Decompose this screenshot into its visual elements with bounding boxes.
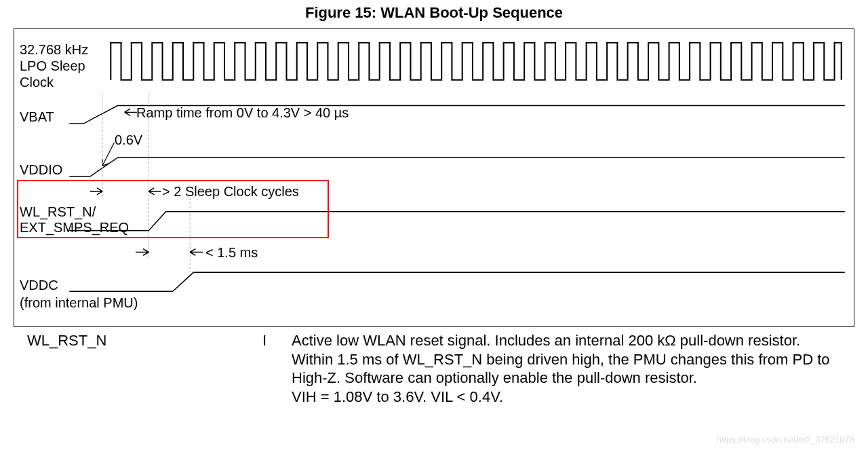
label-lpo-clock: 32.768 kHz LPO Sleep Clock [20, 41, 101, 90]
timing-svg [14, 29, 854, 326]
label-vbat: VBAT [20, 109, 54, 125]
label-vddc-sub: (from internal PMU) [20, 295, 138, 311]
highlight-box-wlrstn [17, 180, 329, 238]
desc-text: Active low WLAN reset signal. Includes a… [292, 331, 854, 406]
annot-ramp-time: Ramp time from 0V to 4.3V > 40 µs [136, 105, 349, 121]
timing-diagram: 32.768 kHz LPO Sleep Clock VBAT VDDIO WL… [14, 29, 854, 327]
signal-description-row: WL_RST_N I Active low WLAN reset signal.… [14, 331, 854, 406]
figure-title: Figure 15: WLAN Boot-Up Sequence [0, 0, 868, 26]
desc-signal-name: WL_RST_N [14, 331, 237, 406]
label-vddc: VDDC [20, 278, 58, 293]
label-vddio: VDDIO [20, 162, 62, 178]
annot-1-5ms: < 1.5 ms [205, 245, 258, 261]
annot-0-6v: 0.6V [115, 132, 142, 148]
watermark: https://blog.csdn.net/m0_37621078 [717, 434, 854, 445]
desc-io-direction: I [237, 331, 292, 406]
